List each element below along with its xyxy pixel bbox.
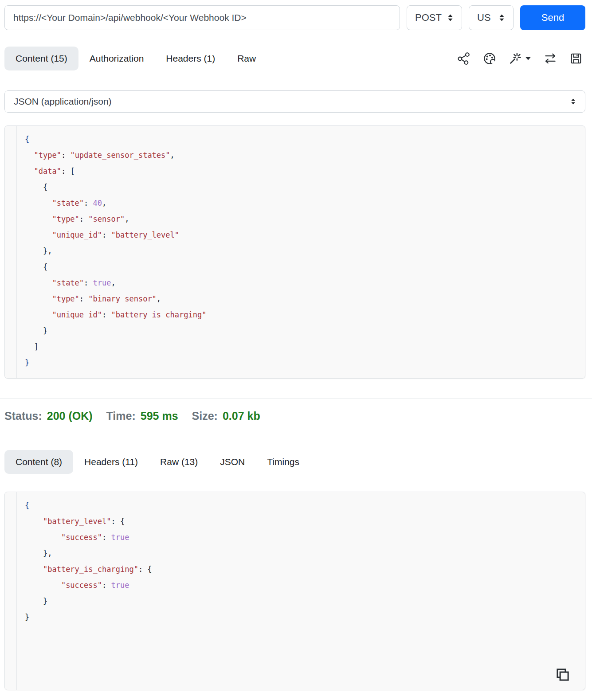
code-line: "state": 40, — [25, 195, 577, 211]
response-status-bar: Status: 200 (OK) Time: 595 ms Size: 0.07… — [4, 410, 585, 422]
content-type-value: JSON (application/json) — [14, 96, 112, 107]
response-body-code: { "battery_level": { "success": true }, … — [17, 492, 585, 690]
code-line: "success": true — [25, 529, 577, 545]
response-tabs: Content (8) Headers (11) Raw (13) JSON T… — [4, 450, 310, 474]
request-tabs: Content (15) Authorization Headers (1) R… — [4, 47, 267, 70]
url-input[interactable] — [4, 5, 400, 30]
save-icon[interactable] — [569, 52, 583, 65]
code-line: "battery_is_charging": { — [25, 561, 577, 577]
method-select[interactable]: POST — [407, 5, 462, 30]
region-value: US — [477, 12, 491, 23]
tab-request-headers[interactable]: Headers (1) — [155, 47, 226, 70]
code-line: "type": "sensor", — [25, 211, 577, 227]
copy-icon[interactable] — [554, 667, 570, 684]
palette-icon[interactable] — [483, 52, 496, 65]
tab-response-headers[interactable]: Headers (11) — [73, 450, 149, 474]
code-line: } — [25, 323, 577, 339]
size-pair: Size: 0.07 kb — [192, 410, 260, 422]
status-label: Status: — [4, 410, 42, 422]
code-line: "type": "update_sensor_states", — [25, 147, 577, 163]
code-line: ] — [25, 339, 577, 355]
code-line: "state": true, — [25, 275, 577, 291]
size-value: 0.07 kb — [223, 410, 260, 422]
code-line: }, — [25, 243, 577, 259]
code-line: "type": "binary_sensor", — [25, 291, 577, 307]
request-tabs-row: Content (15) Authorization Headers (1) R… — [4, 47, 585, 70]
tab-response-content[interactable]: Content (8) — [4, 450, 73, 474]
status-value: 200 (OK) — [47, 410, 93, 422]
section-divider — [0, 398, 592, 399]
tab-response-timings[interactable]: Timings — [256, 450, 310, 474]
code-line: { — [25, 259, 577, 275]
tab-response-json[interactable]: JSON — [209, 450, 256, 474]
code-line: { — [25, 497, 577, 513]
magic-wand-icon[interactable] — [509, 52, 531, 65]
time-label: Time: — [106, 410, 136, 422]
code-line: "unique_id": "battery_is_charging" — [25, 307, 577, 323]
dual-caret-icon — [570, 97, 576, 106]
code-line: "data": [ — [25, 163, 577, 179]
code-line: } — [25, 355, 577, 371]
time-value: 595 ms — [141, 410, 178, 422]
editor-gutter — [5, 126, 17, 378]
tab-authorization[interactable]: Authorization — [78, 47, 155, 70]
size-label: Size: — [192, 410, 218, 422]
code-line: "unique_id": "battery_level" — [25, 227, 577, 243]
status-pair: Status: 200 (OK) — [4, 410, 93, 422]
share-icon[interactable] — [457, 52, 470, 65]
tab-response-raw[interactable]: Raw (13) — [149, 450, 209, 474]
code-line: { — [25, 131, 577, 147]
code-line: }, — [25, 545, 577, 561]
content-type-select[interactable]: JSON (application/json) — [4, 90, 585, 113]
request-body-editor[interactable]: { "type": "update_sensor_states", "data"… — [4, 125, 585, 379]
time-pair: Time: 595 ms — [106, 410, 178, 422]
request-url-row: POST US Send — [4, 5, 585, 30]
code-line: { — [25, 179, 577, 195]
send-button[interactable]: Send — [520, 5, 585, 30]
swap-arrows-icon[interactable] — [544, 52, 557, 65]
code-line: } — [25, 609, 577, 625]
request-body-code[interactable]: { "type": "update_sensor_states", "data"… — [17, 126, 585, 378]
response-body-viewer: { "battery_level": { "success": true }, … — [4, 492, 585, 690]
code-line: "battery_level": { — [25, 513, 577, 529]
api-client-app: POST US Send Content (15) Authorization … — [0, 5, 592, 690]
caret-down-icon — [525, 56, 531, 61]
code-line: "success": true — [25, 577, 577, 593]
dual-caret-icon — [498, 13, 505, 23]
region-select[interactable]: US — [469, 5, 514, 30]
tab-request-content[interactable]: Content (15) — [4, 47, 78, 70]
dual-caret-icon — [447, 13, 454, 23]
tab-request-raw[interactable]: Raw — [226, 47, 267, 70]
code-line: } — [25, 593, 577, 609]
response-tabs-row: Content (8) Headers (11) Raw (13) JSON T… — [4, 450, 585, 474]
method-value: POST — [415, 12, 442, 23]
request-toolbar — [457, 52, 585, 65]
editor-gutter — [5, 492, 17, 690]
